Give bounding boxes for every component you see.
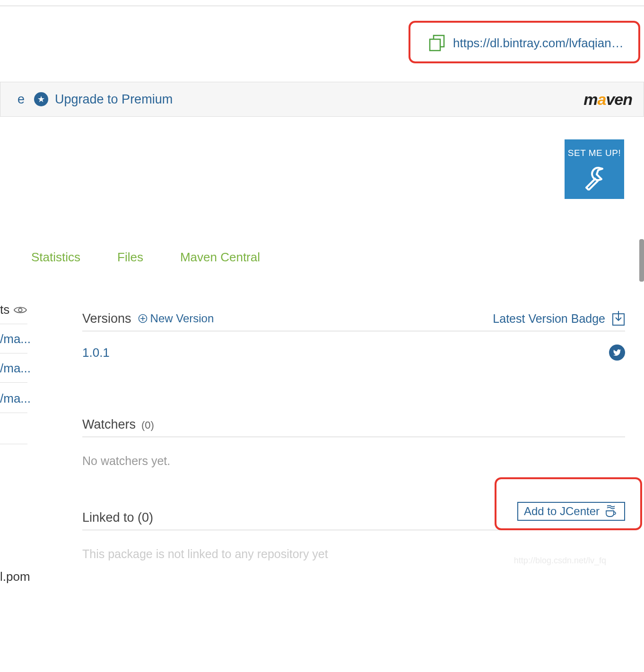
add-to-jcenter-button[interactable]: Add to JCenter [517, 502, 625, 521]
upgrade-premium-link[interactable]: Upgrade to Premium [55, 92, 173, 107]
twitter-share-button[interactable] [609, 345, 625, 361]
linked-section: Add to JCenter Linked to (0) This packag… [82, 510, 625, 561]
wrench-icon [582, 165, 607, 190]
coffee-icon [604, 505, 618, 517]
twitter-icon [613, 348, 621, 357]
plus-circle-icon [138, 314, 148, 323]
tab-files[interactable]: Files [117, 250, 143, 265]
tabs: Statistics Files Maven Central [31, 250, 644, 265]
side-fragment-ts: ts [0, 302, 27, 324]
star-icon: ★ [34, 92, 48, 106]
versions-title: Versions [82, 311, 131, 326]
set-me-up-label: SET ME UP! [568, 148, 621, 158]
side-fragment-divider [0, 435, 27, 444]
side-fragment-ma3[interactable]: /ma... [0, 391, 27, 413]
side-fragment-ma1[interactable]: /ma... [0, 332, 27, 353]
top-divider [0, 6, 644, 6]
download-icon [612, 311, 625, 326]
watermark-text: http://blog.csdn.net/lv_fq [514, 556, 606, 566]
url-text: https://dl.bintray.com/lvfaqiang/mav… [453, 36, 629, 51]
no-watchers-text: No watchers yet. [82, 454, 625, 468]
maven-logo: maven [583, 90, 632, 109]
latest-version-badge-link[interactable]: Latest Version Badge [493, 311, 625, 326]
versions-header: Versions New Version Latest Version Badg… [82, 311, 625, 331]
premium-bar: e ★ Upgrade to Premium maven [0, 82, 644, 117]
watchers-title: Watchers [82, 417, 136, 432]
pom-fragment: l.pom [0, 569, 644, 584]
tab-statistics[interactable]: Statistics [31, 250, 80, 265]
scrollbar-thumb[interactable] [639, 239, 644, 282]
side-fragment-ma2[interactable]: /ma... [0, 361, 27, 383]
version-link-101[interactable]: 1.0.1 [82, 345, 110, 360]
set-me-up-button[interactable]: SET ME UP! [565, 139, 624, 199]
copy-icon [427, 34, 446, 52]
svg-point-2 [18, 308, 22, 311]
new-version-link[interactable]: New Version [138, 312, 214, 325]
partial-left-text: e [17, 92, 25, 107]
svg-rect-1 [430, 39, 440, 51]
watchers-section: Watchers (0) No watchers yet. [82, 417, 625, 468]
eye-icon [13, 305, 27, 315]
watchers-count: (0) [141, 419, 154, 431]
tab-maven-central[interactable]: Maven Central [180, 250, 260, 265]
url-copy-box[interactable]: https://dl.bintray.com/lvfaqiang/mav… [409, 21, 640, 63]
version-row: 1.0.1 [82, 345, 625, 361]
